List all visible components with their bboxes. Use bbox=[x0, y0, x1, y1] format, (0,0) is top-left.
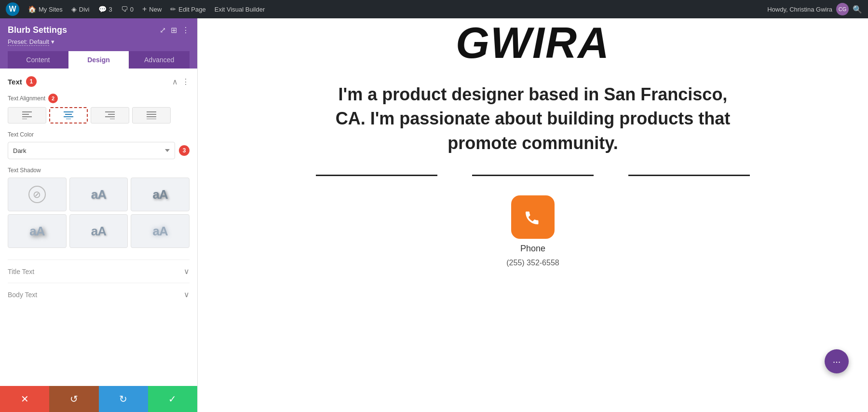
exit-builder-menu[interactable]: Exit Visual Builder bbox=[215, 6, 265, 13]
svg-rect-15 bbox=[147, 119, 156, 119]
my-sites-icon: 🏠 bbox=[28, 5, 36, 13]
shadow-preview-2: aA bbox=[153, 187, 168, 202]
svg-rect-8 bbox=[105, 111, 115, 112]
shadow-none[interactable]: ⊘ bbox=[8, 178, 67, 211]
svg-rect-13 bbox=[147, 114, 156, 115]
panel-footer: ✕ ↺ ↻ ✓ bbox=[0, 386, 197, 412]
text-section-title-row: Text 1 bbox=[8, 76, 37, 87]
text-section-header: Text 1 ∧ ⋮ bbox=[8, 76, 190, 87]
divi-label: Divi bbox=[79, 6, 90, 13]
edit-page-menu[interactable]: ✏ Edit Page bbox=[170, 5, 205, 13]
tab-advanced[interactable]: Advanced bbox=[129, 51, 190, 69]
comment2-count: 0 bbox=[130, 6, 134, 13]
phone-icon bbox=[511, 195, 555, 239]
divi-menu[interactable]: ◈ Divi bbox=[71, 5, 90, 13]
text-color-label: Text Color bbox=[8, 131, 190, 138]
body-text-header[interactable]: Body Text ∨ bbox=[8, 290, 190, 299]
contact-block: Phone (255) 352-6558 bbox=[506, 195, 559, 267]
shadow-option-5[interactable]: aA bbox=[131, 214, 190, 248]
panel-title-icons: ⤢ ⊞ ⋮ bbox=[160, 26, 190, 35]
section-more-icon[interactable]: ⋮ bbox=[182, 77, 190, 86]
bio-text: I'm a product designer based in San Fran… bbox=[335, 82, 731, 155]
shadow-preview-5: aA bbox=[153, 224, 168, 239]
panel-preset: Preset: Default ▾ bbox=[8, 38, 190, 45]
comment-icon: 💬 bbox=[98, 5, 107, 13]
shadow-option-1[interactable]: aA bbox=[69, 178, 128, 211]
panel-title: Blurb Settings bbox=[8, 25, 67, 35]
divi-icon: ◈ bbox=[71, 5, 77, 13]
align-left-button[interactable] bbox=[8, 107, 46, 124]
text-badge-1: 1 bbox=[26, 76, 37, 87]
text-section-icons: ∧ ⋮ bbox=[172, 77, 190, 86]
svg-rect-10 bbox=[105, 116, 115, 117]
align-right-button[interactable] bbox=[91, 107, 129, 124]
alignment-buttons bbox=[8, 107, 190, 124]
page-content: GWIRA I'm a product designer based in Sa… bbox=[198, 18, 868, 412]
svg-rect-9 bbox=[108, 114, 115, 115]
my-sites-menu[interactable]: 🏠 My Sites bbox=[28, 5, 63, 13]
plus-icon: + bbox=[142, 5, 147, 14]
fab-icon: ··· bbox=[833, 356, 841, 367]
my-sites-label: My Sites bbox=[39, 6, 63, 13]
svg-rect-14 bbox=[147, 116, 156, 117]
layout-icon[interactable]: ⊞ bbox=[171, 26, 177, 35]
shadow-option-2[interactable]: aA bbox=[131, 178, 190, 211]
new-menu[interactable]: + New bbox=[142, 5, 162, 14]
comment2-menu[interactable]: 🗨 0 bbox=[121, 5, 134, 13]
fullscreen-icon[interactable]: ⤢ bbox=[160, 26, 166, 35]
undo-button[interactable]: ↺ bbox=[49, 386, 98, 412]
svg-rect-11 bbox=[110, 119, 115, 119]
wp-logo-icon[interactable]: W bbox=[6, 2, 19, 16]
tab-content[interactable]: Content bbox=[8, 51, 68, 69]
svg-rect-7 bbox=[66, 119, 71, 119]
settings-panel: Blurb Settings ⤢ ⊞ ⋮ Preset: Default ▾ C… bbox=[0, 18, 198, 412]
text-color-row: Dark Light Custom 3 bbox=[8, 142, 190, 159]
tab-design[interactable]: Design bbox=[68, 51, 129, 69]
wp-admin-bar: W 🏠 My Sites ◈ Divi 💬 3 🗨 0 + New ✏ Edit… bbox=[0, 0, 868, 18]
body-text-arrow-icon: ∨ bbox=[184, 290, 190, 299]
title-text-section: Title Text ∨ bbox=[8, 260, 190, 283]
cancel-button[interactable]: ✕ bbox=[0, 386, 49, 412]
redo-button[interactable]: ↻ bbox=[99, 386, 148, 412]
text-color-select[interactable]: Dark Light Custom bbox=[8, 142, 175, 159]
save-button[interactable]: ✓ bbox=[148, 386, 197, 412]
align-justify-button[interactable] bbox=[132, 107, 171, 124]
shadow-preview-4: aA bbox=[91, 224, 106, 239]
user-avatar[interactable]: CG bbox=[836, 3, 849, 15]
contact-phone-label: Phone bbox=[520, 244, 545, 254]
comments-count: 3 bbox=[109, 6, 112, 13]
user-label: Howdy, Christina Gwira bbox=[767, 6, 832, 13]
align-center-button[interactable] bbox=[49, 107, 88, 124]
edit-page-label: Edit Page bbox=[178, 6, 205, 13]
shadow-grid: ⊘ aA aA aA aA aA bbox=[8, 178, 190, 248]
main-layout: Blurb Settings ⤢ ⊞ ⋮ Preset: Default ▾ C… bbox=[0, 18, 868, 412]
no-shadow-icon: ⊘ bbox=[28, 186, 46, 203]
shadow-option-3[interactable]: aA bbox=[8, 214, 67, 248]
color-badge: 3 bbox=[179, 145, 190, 156]
new-label: New bbox=[149, 6, 162, 13]
site-title: GWIRA bbox=[456, 18, 610, 68]
panel-content: Text 1 ∧ ⋮ Text Alignment 2 bbox=[0, 69, 197, 386]
title-text-label: Title Text bbox=[8, 268, 34, 275]
fab-button[interactable]: ··· bbox=[825, 349, 849, 373]
text-section-title: Text bbox=[8, 78, 22, 86]
edit-icon: ✏ bbox=[170, 5, 176, 13]
shadow-option-4[interactable]: aA bbox=[69, 214, 128, 248]
svg-rect-1 bbox=[22, 114, 29, 115]
more-icon[interactable]: ⋮ bbox=[182, 26, 190, 35]
text-alignment-label: Text Alignment 2 bbox=[8, 94, 190, 103]
comments-menu[interactable]: 💬 3 bbox=[98, 5, 112, 13]
preset-label[interactable]: Preset: Default bbox=[8, 38, 49, 46]
svg-rect-0 bbox=[22, 111, 32, 112]
shadow-preview-3: aA bbox=[29, 224, 44, 239]
dividers-row bbox=[316, 175, 750, 176]
title-text-header[interactable]: Title Text ∨ bbox=[8, 267, 190, 276]
search-icon[interactable]: 🔍 bbox=[853, 5, 862, 14]
divider-2 bbox=[472, 175, 594, 176]
collapse-icon[interactable]: ∧ bbox=[172, 77, 178, 86]
body-text-section: Body Text ∨ bbox=[8, 283, 190, 306]
contact-phone-value: (255) 352-6558 bbox=[506, 259, 559, 267]
divider-1 bbox=[316, 175, 437, 176]
svg-rect-12 bbox=[147, 111, 156, 112]
svg-rect-2 bbox=[22, 116, 32, 117]
